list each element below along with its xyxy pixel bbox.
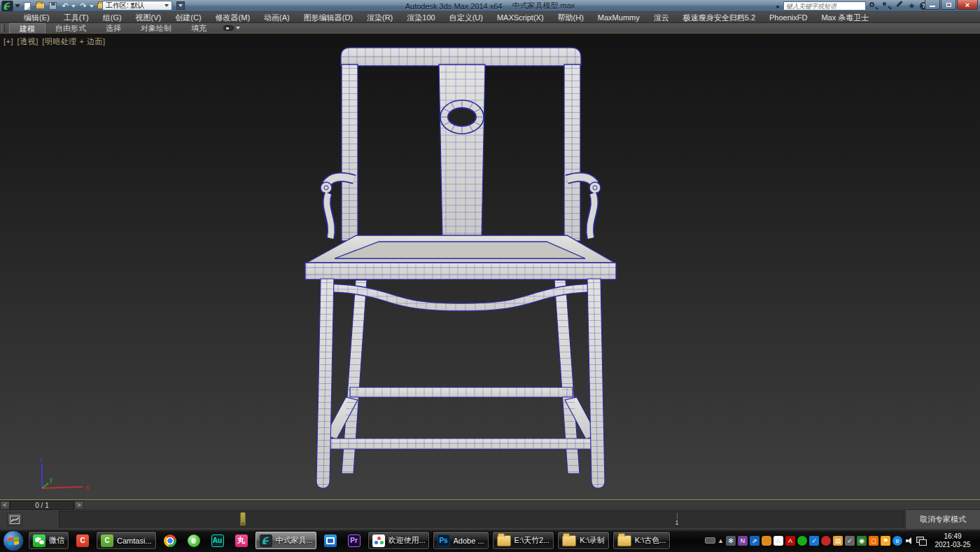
sign-in-key-icon[interactable] [882, 1, 891, 11]
360-browser-icon: e [188, 534, 200, 547]
save-file-icon[interactable] [48, 1, 57, 11]
taskbar-camtasia[interactable]: C Camtasi... [96, 531, 157, 550]
time-slider-handle[interactable]: 0 [240, 512, 246, 526]
menu-phoenixfd[interactable]: PhoenixFD [762, 12, 814, 23]
network-tray-icon[interactable] [916, 536, 926, 546]
logo-dropdown-caret[interactable] [15, 4, 20, 8]
taskbar-wan-app[interactable]: 丸 [231, 531, 252, 550]
wechat-icon [33, 534, 46, 547]
clock-time: 16:49 [930, 532, 976, 541]
menu-xuanyun[interactable]: 渲云 [647, 12, 676, 23]
redo-icon[interactable]: ↷ [78, 1, 88, 11]
undo-dropdown-caret[interactable] [71, 5, 76, 8]
volume-tray-icon[interactable] [904, 536, 914, 546]
menu-modifiers[interactable]: 修改器(M) [209, 12, 258, 23]
graphics-settings-tray-icon[interactable]: ◉ [857, 536, 867, 546]
infocenter: ▸ ★ ? [776, 1, 927, 11]
archive-folder-tray-icon[interactable]: ▤ [833, 536, 843, 546]
taskbar-camtasia-recorder[interactable]: C [72, 531, 93, 550]
input-method-tray-icon[interactable]: N [738, 536, 748, 546]
frame-counter[interactable]: 0 / 1 [10, 501, 74, 510]
tab-selection[interactable]: 选择 [96, 23, 131, 34]
menu-tools[interactable]: 工具(T) [57, 12, 96, 23]
usb-device-tray-icon[interactable]: ✓ [845, 536, 855, 546]
taskbar-folder-luzhi[interactable]: K:\录制 [557, 531, 609, 550]
start-button[interactable] [3, 530, 24, 551]
tab-freeform[interactable]: 自由形式 [46, 23, 96, 34]
taskbar-premiere[interactable]: Pr [344, 531, 365, 550]
pinwheel-tray-icon[interactable]: ✻ [726, 536, 736, 546]
favorites-star-icon[interactable]: ★ [907, 1, 916, 11]
mini-curve-editor-button[interactable] [7, 513, 22, 526]
axis-y-label: y [49, 476, 53, 483]
chair-wireframe-model[interactable] [0, 34, 980, 500]
photoshop-icon: Ps [438, 534, 450, 547]
menu-animation[interactable]: 动画(A) [257, 12, 297, 23]
infocenter-collapse-icon[interactable]: ▸ [776, 3, 780, 10]
screenshot-tray-icon[interactable]: ◻ [869, 536, 878, 546]
sync-arrows-tray-icon[interactable]: ⇗ [750, 536, 760, 546]
pdf-reader-tray-icon[interactable]: A [785, 536, 795, 546]
new-file-icon[interactable] [22, 1, 32, 11]
tab-object-paint[interactable]: 对象绘制 [131, 23, 181, 34]
menu-maxscript[interactable]: MAXScript(X) [490, 12, 551, 23]
search-icon[interactable] [869, 1, 878, 11]
open-file-icon[interactable] [35, 1, 45, 11]
ribbon-toggle-caret-icon [236, 27, 240, 29]
taskbar-render-cloud[interactable]: 欢迎使用... [368, 531, 430, 550]
redo-dropdown-caret[interactable] [90, 5, 94, 8]
next-frame-button[interactable]: > [74, 501, 84, 510]
menu-edit[interactable]: 编辑(E) [17, 12, 57, 23]
taskbar-3dsmax-active[interactable]: 中式家具... [255, 531, 317, 550]
menu-customize[interactable]: 自定义(U) [442, 12, 490, 23]
ribbon-minimize-toggle[interactable] [223, 25, 240, 31]
taskbar-wechat[interactable]: 微信 [28, 531, 69, 550]
3dsmax-logo-button[interactable] [1, 1, 13, 11]
perspective-viewport[interactable]: [+] [透视] [明暗处理 + 边面] [0, 34, 980, 500]
browser-e-tray-icon[interactable]: e [892, 536, 902, 546]
taskbar-photoshop[interactable]: Ps Adobe ... [433, 531, 489, 550]
show-hidden-icons[interactable]: ▲ [718, 536, 724, 546]
undo-icon[interactable]: ↶ [60, 1, 70, 11]
qat-overflow-button[interactable] [176, 1, 185, 10]
wechat-tray-icon[interactable] [797, 536, 807, 546]
cloud-app-tray-icon[interactable]: ∴ [774, 536, 783, 546]
tab-modeling[interactable]: 建模 [9, 23, 46, 34]
audition-icon: Au [211, 534, 224, 547]
ribbon-grip-handle[interactable] [1, 25, 5, 32]
taskbar-360-browser[interactable]: e [183, 531, 204, 550]
security-shield-tray-icon[interactable]: ✓ [809, 536, 819, 546]
menu-archive[interactable]: 极速瘦身安全归档5.2 [676, 12, 762, 23]
taskbar-chrome[interactable] [160, 531, 181, 550]
folder-icon [497, 535, 511, 546]
restore-button[interactable] [941, 0, 956, 10]
previous-frame-button[interactable]: < [0, 501, 10, 510]
minimize-button[interactable] [925, 0, 940, 10]
workspace-caret-icon [164, 4, 169, 7]
menu-antivirus[interactable]: Max 杀毒卫士 [814, 12, 876, 23]
taskbar-audition[interactable]: Au [207, 531, 228, 550]
menu-maxmummy[interactable]: MaxMummy [591, 12, 647, 23]
communication-pencil-icon[interactable] [895, 1, 904, 11]
keyboard-tray-icon[interactable] [705, 537, 715, 544]
workspace-selector[interactable]: 工作区: 默认 [102, 1, 172, 11]
close-button[interactable]: × [957, 0, 978, 10]
menu-help[interactable]: 帮助(H) [551, 12, 591, 23]
cancel-expert-mode-button[interactable]: 取消专家模式 [917, 513, 969, 526]
search-input[interactable] [783, 1, 866, 11]
tab-populate[interactable]: 填充 [181, 23, 216, 34]
capsule-tray-icon[interactable] [762, 536, 771, 546]
taskbar-clock[interactable]: 16:49 2021-03-25 [928, 532, 977, 549]
firewall-tray-icon[interactable]: ⚑ [881, 536, 890, 546]
taskbar-video-app[interactable] [320, 531, 341, 550]
taskbar-folder-guse[interactable]: K:\古色... [612, 531, 671, 550]
menu-views[interactable]: 视图(V) [129, 12, 169, 23]
menu-graph-editors[interactable]: 图形编辑器(D) [297, 12, 360, 23]
menu-render100[interactable]: 渲染100 [400, 12, 442, 23]
track-bar[interactable]: 0 1 [59, 511, 904, 527]
taskbar-folder-tianzhu[interactable]: E:\天竹2... [492, 531, 555, 550]
menu-create[interactable]: 创建(C) [168, 12, 208, 23]
menu-group[interactable]: 组(G) [96, 12, 129, 23]
antivirus-tray-icon[interactable] [821, 536, 831, 546]
menu-rendering[interactable]: 渲染(R) [360, 12, 400, 23]
